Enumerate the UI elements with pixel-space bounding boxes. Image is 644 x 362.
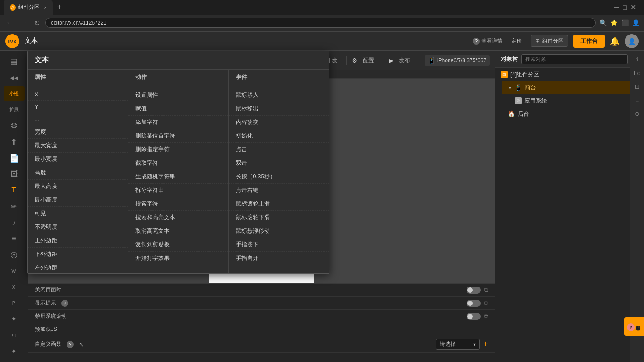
disable-scroll-copy[interactable]: ⧉ — [484, 313, 488, 320]
action-type-effect[interactable]: 开始打字效果 — [128, 252, 229, 265]
sidebar-icon-settings[interactable]: ⚙ — [4, 119, 25, 133]
close-page-copy[interactable]: ⧉ — [484, 287, 488, 294]
address-bar[interactable]: editor.ivx.cn/#11267221 — [45, 18, 596, 28]
event-touch-start[interactable]: 手指按下 — [229, 238, 329, 252]
bell-icon[interactable]: 🔔 — [610, 36, 619, 46]
disable-scroll-toggle[interactable] — [467, 313, 481, 320]
search-input[interactable] — [521, 54, 628, 64]
active-tab[interactable]: ◎ 组件分区 × — [4, 0, 53, 15]
sidebar-icon-audio[interactable]: ♪ — [4, 215, 25, 230]
custom-fn-plus[interactable]: + — [483, 340, 488, 349]
sidebar-icon-upload[interactable]: ⬆ — [4, 135, 25, 149]
event-click[interactable]: 点击 — [229, 143, 329, 156]
action-del-pos-char[interactable]: 删除某位置字符 — [128, 129, 229, 143]
action-search-highlight[interactable]: 搜索和高亮文本 — [128, 211, 229, 224]
event-touch-end[interactable]: 手指离开 — [229, 252, 329, 265]
minimize-btn[interactable]: ─ — [614, 4, 619, 11]
sidebar-icon-extend[interactable]: 扩展 — [4, 103, 25, 117]
sidebar-icon-list[interactable]: ≡ — [4, 231, 25, 246]
nav-back-btn[interactable]: ← — [4, 18, 15, 28]
prop-y[interactable]: Y — [28, 101, 128, 113]
show-hint-copy[interactable]: ⧉ — [484, 300, 488, 307]
tree-item-frontend[interactable]: ▼ 📱 前台 — [502, 81, 644, 94]
prop-min-height[interactable]: 最小高度 — [28, 193, 128, 207]
sidebar-icon-circle[interactable]: ◎ — [4, 248, 25, 262]
close-page-toggle[interactable] — [467, 287, 481, 294]
prop-margin-bottom[interactable]: 下外边距 — [28, 248, 128, 261]
nav-forward-btn[interactable]: → — [18, 18, 29, 28]
action-slice-char[interactable]: 截取字符 — [128, 156, 229, 170]
component-tab-btn[interactable]: ⊞ 组件分区 — [531, 35, 568, 47]
event-mouse-leave[interactable]: 鼠标移出 — [229, 102, 329, 116]
prop-margin-left[interactable]: 左外边距 — [28, 261, 128, 273]
prop-dots[interactable]: ... — [28, 113, 128, 125]
sidebar-icon-word[interactable]: W — [4, 264, 25, 278]
bookmark-icon[interactable]: ⭐ — [610, 19, 618, 26]
sidebar-icon-edit[interactable]: ✏ — [4, 199, 25, 214]
help-link[interactable]: ? 查看详情 — [473, 37, 502, 45]
tab-close-btn[interactable]: × — [44, 5, 46, 10]
right-icon-1[interactable]: ℹ — [634, 54, 640, 64]
config-btn[interactable]: ⚙ 配置 — [352, 55, 378, 66]
event-longpress[interactable]: 长按（0.35秒） — [229, 170, 329, 184]
pricing-btn[interactable]: 定价 — [508, 35, 525, 46]
right-icon-2[interactable]: Fo — [632, 68, 642, 78]
nav-refresh-btn[interactable]: ↻ — [32, 18, 42, 28]
right-icon-5[interactable]: ⊙ — [633, 109, 641, 119]
sidebar-icon-media[interactable]: 🖼 — [4, 167, 25, 181]
device-selector[interactable]: 📱 iPhone6/7/8 375*667 — [425, 55, 490, 66]
sidebar-icon-excel[interactable]: X — [4, 280, 25, 294]
profile-icon[interactable]: 👤 — [632, 19, 640, 26]
sidebar-icon-shape[interactable]: ✦ — [4, 312, 25, 327]
avatar[interactable]: 👤 — [625, 34, 639, 48]
action-cancel-highlight[interactable]: 取消高亮文本 — [128, 224, 229, 238]
event-hover-move[interactable]: 鼠标悬浮移动 — [229, 224, 329, 238]
publish-btn[interactable]: ▶ 发布 — [389, 55, 414, 66]
prop-opacity[interactable]: 不透明度 — [28, 220, 128, 234]
sidebar-icon-pages[interactable]: ▤ — [4, 54, 25, 69]
prop-margin-top[interactable]: 上外边距 — [28, 234, 128, 248]
action-search-char[interactable]: 搜索字符 — [128, 197, 229, 211]
action-assign[interactable]: 赋值 — [128, 102, 229, 116]
action-split-str[interactable]: 拆分字符串 — [128, 184, 229, 197]
tree-item-component-zone[interactable]: ⊞ [4]组件分区 — [495, 68, 644, 81]
sidebar-icon-component[interactable]: 小橙 — [4, 86, 25, 101]
prop-max-height[interactable]: 最大高度 — [28, 180, 128, 193]
event-scroll-up[interactable]: 鼠标滚轮上滑 — [229, 197, 329, 211]
prop-min-width[interactable]: 最小宽度 — [28, 153, 128, 166]
action-random-str[interactable]: 生成随机字符串 — [128, 170, 229, 184]
new-tab-btn[interactable]: + — [54, 3, 64, 12]
sidebar-icon-shape2[interactable]: ✦ — [4, 344, 25, 358]
action-add-char[interactable]: 添加字符 — [128, 116, 229, 129]
event-mouse-enter[interactable]: 鼠标移入 — [229, 89, 329, 102]
event-dblclick[interactable]: 双击 — [229, 156, 329, 170]
tree-item-appsystem[interactable]: ⚙ 应用系统 — [510, 94, 644, 107]
workbench-btn[interactable]: 工作台 — [573, 35, 605, 48]
right-icon-3[interactable]: ⊡ — [633, 82, 641, 92]
show-hint-toggle[interactable] — [467, 300, 481, 307]
event-content-change[interactable]: 内容改变 — [229, 116, 329, 129]
action-copy-clipboard[interactable]: 复制到剪贴板 — [128, 238, 229, 252]
action-del-spec-char[interactable]: 删除指定字符 — [128, 143, 229, 156]
action-set-prop[interactable]: 设置属性 — [128, 89, 229, 102]
sidebar-icon-file[interactable]: 📄 — [4, 151, 25, 165]
event-init[interactable]: 初始化 — [229, 129, 329, 143]
tree-item-backend[interactable]: 🏠 后台 — [502, 107, 644, 121]
sidebar-icon-text[interactable]: T — [4, 183, 25, 198]
sidebar-icon-counter[interactable]: ±1 — [4, 328, 25, 342]
prop-height[interactable]: 高度 — [28, 166, 128, 180]
sidebar-icon-back[interactable]: ◀◀ — [4, 71, 25, 85]
prop-visible[interactable]: 可见 — [28, 207, 128, 220]
prop-x[interactable]: X — [28, 89, 128, 101]
event-scroll-down[interactable]: 鼠标滚轮下滑 — [229, 211, 329, 224]
event-right-click[interactable]: 点击右键 — [229, 184, 329, 197]
prop-width[interactable]: 宽度 — [28, 125, 128, 139]
help-center-btn[interactable]: 帮助中心 ? — [624, 317, 644, 336]
maximize-btn[interactable]: □ — [623, 4, 627, 11]
custom-fn-dropdown[interactable]: 请选择 ▾ — [436, 339, 480, 350]
screen-icon[interactable]: ⬛ — [621, 19, 629, 26]
right-icon-4[interactable]: ≡ — [634, 95, 641, 105]
close-window-btn[interactable]: ✕ — [630, 3, 636, 11]
prop-max-width[interactable]: 最大宽度 — [28, 139, 128, 153]
sidebar-icon-ppt[interactable]: P — [4, 296, 25, 310]
